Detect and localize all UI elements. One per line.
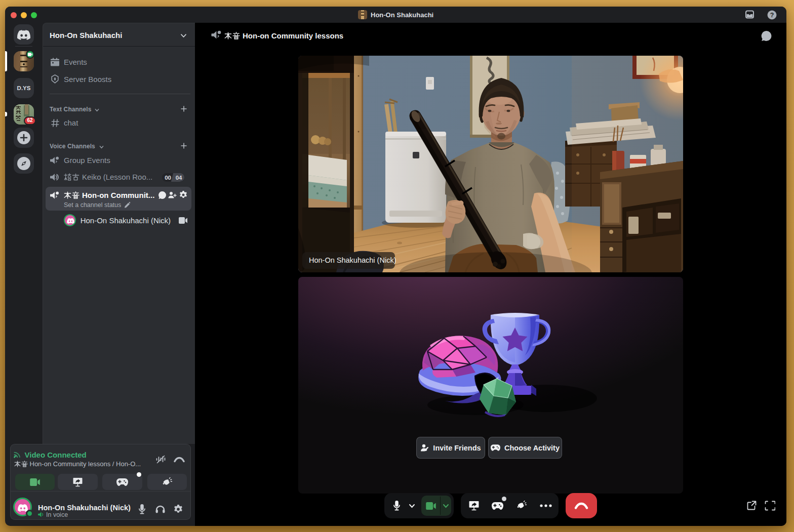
svg-text:?: ? — [770, 12, 774, 19]
